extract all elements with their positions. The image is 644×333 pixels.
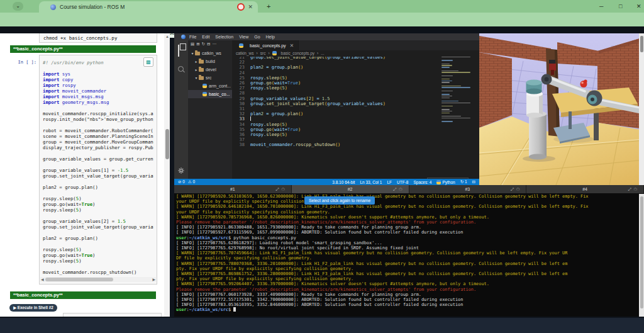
statusbar-right: 3.8.10 64-bitLn 33, Col 1LFUTF-8Spaces: … xyxy=(332,179,475,184)
terminal-line: [ WARN] [1727985920.563103659, 1650.6230… xyxy=(176,194,636,199)
scroll-up-arrow[interactable]: ▲ xyxy=(165,34,169,39)
scrollbar-thumb[interactable] xyxy=(640,36,643,52)
status-item[interactable]: LF xyxy=(387,180,392,184)
terminal-line: your URDF file by explicitly specifying … xyxy=(176,199,636,204)
problems-status[interactable]: ⊘ 0 ⚠ 0 xyxy=(178,179,195,184)
simulation-scrollbar[interactable] xyxy=(639,33,644,185)
terminal-output[interactable]: [ WARN] [1727985920.563103659, 1650.6230… xyxy=(176,194,636,315)
terminal-line: [ INFO] [1727987765.628618297]: Loading … xyxy=(176,240,636,246)
warnings-icon: ⚠ xyxy=(188,179,192,184)
terminal-tab-2[interactable]: #2⤢◷ xyxy=(292,185,409,193)
terminal-line: [ WARN] [1727987765.869861752, 3336.2800… xyxy=(176,271,636,276)
editor-line-34: 34rospy.sleep(5) xyxy=(232,122,436,127)
scroll-right-arrow[interactable]: ▶ xyxy=(152,277,155,282)
terminal-line: pty. Fix your URDF file by explicitly sp… xyxy=(176,276,636,281)
terminal-line: [ WARN] [1727985920.785736968, 1650.8260… xyxy=(176,215,636,220)
window-maximize-button[interactable]: □ xyxy=(619,3,622,9)
tree-item-arm_cont-[interactable]: arm_cont... xyxy=(188,82,232,90)
scrollbar-thumb[interactable] xyxy=(640,196,643,308)
tree-item-devel[interactable]: ▸devel xyxy=(188,65,232,74)
python-file-icon xyxy=(203,84,207,88)
tab-expand-and-history-icons[interactable]: ⤢◷ xyxy=(511,187,522,192)
menu-file[interactable]: File xyxy=(189,35,196,39)
notebook-cell-partial-bottom[interactable] xyxy=(63,313,162,317)
tab-search-icon[interactable]: ⌄ xyxy=(13,2,23,11)
terminal-tab-4[interactable]: #4⤢◷ xyxy=(526,185,644,193)
terminal-scrollbar[interactable] xyxy=(639,194,644,317)
execute-in-shell-button[interactable]: ▶ Execute in Shell #2 xyxy=(9,304,57,312)
terminal-line: DF file by explicitly specifying collisi… xyxy=(176,256,636,261)
ide-menubar: FileEditSelectionViewGoHelp xyxy=(174,33,479,40)
folder-icon xyxy=(195,52,200,55)
terminal-line: [ INFO] [1727987772.557175301, 3342.7000… xyxy=(176,297,636,302)
editor-line-29: 29group_variable_values[2] = 1.5 xyxy=(232,96,436,101)
terminal-tab-1[interactable]: #1⤢◷ xyxy=(174,185,292,193)
cell-horizontal-scrollbar[interactable]: ◀ ▶ xyxy=(40,277,156,282)
explorer-toolbar-icons[interactable]: ▤⊞↻⊟⋯ xyxy=(191,42,218,47)
terminal-line: your URDF file by explicitly specifying … xyxy=(176,210,636,215)
notifications-icon[interactable]: ⊡ xyxy=(472,179,475,184)
terminal-line: Please remove the parameter '/robot_desc… xyxy=(176,220,636,225)
notebook-section-header: **basic_concepts.py** xyxy=(10,45,156,53)
menu-edit[interactable]: Edit xyxy=(202,35,209,39)
folder-icon xyxy=(199,76,204,80)
menu-help[interactable]: Help xyxy=(266,35,275,39)
tree-item-basic_co-[interactable]: basic_co... xyxy=(188,90,232,98)
python-file-icon xyxy=(203,92,207,96)
scrollbar-thumb[interactable] xyxy=(165,129,169,159)
tab-close-icon[interactable]: ✕ xyxy=(290,43,294,48)
terminal-line: [ INFO] [1727987767.060173928, 3337.4090… xyxy=(176,292,636,297)
tab-expand-and-history-icons[interactable]: ⤢◷ xyxy=(275,187,287,192)
menu-items: FileEditSelectionViewGoHelp xyxy=(189,35,280,39)
new-tab-button[interactable]: + xyxy=(267,3,270,10)
terminal-line: Please remove the parameter '/robot_desc… xyxy=(176,287,636,292)
window-close-button[interactable]: ✕ xyxy=(636,3,641,9)
folder-icon xyxy=(199,68,204,72)
editor-line-35: 35group.go(wait=True) xyxy=(232,127,436,132)
explorer-icon[interactable] xyxy=(178,45,179,57)
status-item[interactable]: 3.8.10 64-bit xyxy=(332,180,355,184)
sync-indicator[interactable]: ↻ 1 xyxy=(460,179,467,184)
menu-selection[interactable]: Selection xyxy=(215,35,233,39)
simulation-view[interactable] xyxy=(479,33,644,185)
menu-view[interactable]: View xyxy=(239,35,248,39)
terminal-line: [ WARN] [1727985920.646182104, 1650.7010… xyxy=(176,204,636,209)
copy-code-icon[interactable]: ▩ xyxy=(143,57,153,67)
terminal-tab-3[interactable]: #3⤢◷ xyxy=(409,185,527,193)
notebook-section-header-2: **basic_concepts.py** xyxy=(10,291,156,299)
status-item[interactable]: Ln 33, Col 1 xyxy=(360,180,382,184)
search-icon[interactable] xyxy=(178,63,184,74)
tree-item-catkin_ws[interactable]: ▾catkin_ws xyxy=(188,49,232,57)
notebook-scrollbar[interactable]: ▲ xyxy=(164,33,170,317)
terminal-line: pty. Fix your URDF file by explicitly sp… xyxy=(176,266,636,271)
breadcrumb[interactable]: catkin_ws›src›basic_concepts.py›... xyxy=(236,51,325,55)
tab-expand-and-history-icons[interactable]: ⤢◷ xyxy=(628,187,640,192)
editor-line-25: 25rospy.sleep(5) xyxy=(232,76,436,81)
menu-go[interactable]: Go xyxy=(254,35,260,39)
terminal-panel: #1⤢◷#2⤢◷#3⤢◷#4⤢◷ [ WARN] [1727985920.563… xyxy=(174,185,644,317)
code-editor[interactable]: 21group.set_joint_value_target(group_var… xyxy=(232,57,436,179)
tab-expand-and-history-icons[interactable]: ⤢◷ xyxy=(393,187,404,192)
browser-tab[interactable]: Course simulation - ROS M ✕ xyxy=(39,1,258,13)
terminal-line: [ INFO] [1727985927.673115969, 1657.0990… xyxy=(176,230,636,235)
language-mode[interactable]: Python xyxy=(436,180,455,184)
explorer-sidebar: ▤⊞↻⊟⋯ ▾catkin_ws▸build▸devel▾srcarm_cont… xyxy=(188,40,232,179)
terminal-line: user:~/catkin_ws/src$ python basic_conce… xyxy=(176,235,636,240)
status-item[interactable]: UTF-8 xyxy=(397,180,408,184)
tree-item-build[interactable]: ▸build xyxy=(188,57,232,65)
window-minimize-button[interactable]: ─ xyxy=(599,3,603,9)
gear-icon[interactable] xyxy=(178,167,184,175)
status-item[interactable]: Spaces: 4 xyxy=(413,180,431,184)
editor-tab-basic-concepts[interactable]: basic_concepts.py ✕ xyxy=(232,40,299,50)
terminal-line: [ INFO] [1727985921.863300488, 1651.7930… xyxy=(176,225,636,230)
activity-bar xyxy=(174,40,188,179)
editor-minimap[interactable] xyxy=(441,57,474,138)
scrollbar-thumb[interactable] xyxy=(45,278,113,281)
terminal-line: [ WARN] [1727987765.788070368, 3336.2010… xyxy=(176,261,636,266)
scroll-left-arrow[interactable]: ◀ xyxy=(41,277,44,282)
tree-item-src[interactable]: ▾src xyxy=(188,74,232,82)
recording-icon xyxy=(237,3,245,11)
tab-close-icon[interactable]: ✕ xyxy=(248,4,253,10)
editor-line-36: 36rospy.sleep(5) xyxy=(232,132,436,137)
notebook-cell-partial[interactable]: chmod +x basic_concepts.py xyxy=(39,33,157,43)
